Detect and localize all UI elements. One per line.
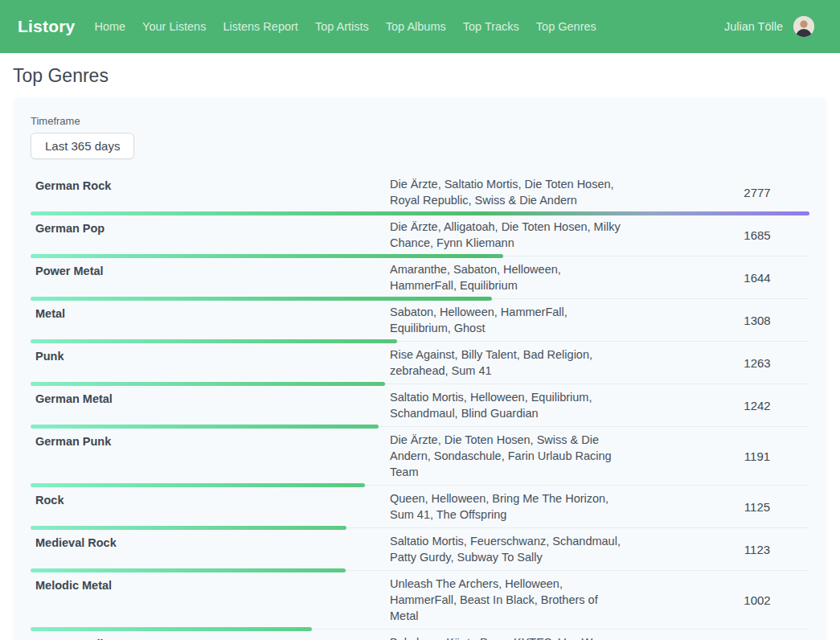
genre-artists: Bukahara, Käptn Peng, KYTES, Von Wegen L… [390, 634, 625, 640]
genre-row: German Indie Bukahara, Käptn Peng, KYTES… [31, 631, 809, 640]
genre-artists: Rise Against, Billy Talent, Bad Religion… [390, 347, 625, 379]
nav-link-listens-report[interactable]: Listens Report [223, 20, 298, 33]
genre-bar-track [31, 254, 809, 258]
genre-count: 1123 [705, 543, 809, 556]
genre-bar-track [31, 568, 809, 572]
genre-name: German Rock [35, 176, 390, 194]
timeframe-label: Timeframe [31, 115, 809, 127]
genre-artists: Die Ärzte, Alligatoah, Die Toten Hosen, … [390, 219, 625, 251]
genre-bar-track [31, 425, 809, 429]
nav-links: HomeYour ListensListens ReportTop Artist… [94, 20, 723, 33]
genre-name: German Punk [35, 432, 390, 449]
genre-artists: Die Ärzte, Die Toten Hosen, Swiss & Die … [390, 432, 625, 480]
genre-bar-fill [31, 254, 503, 258]
nav-link-top-artists[interactable]: Top Artists [315, 20, 369, 33]
nav-link-your-listens[interactable]: Your Listens [142, 20, 206, 33]
genre-artists: Saltatio Mortis, Feuerschwanz, Schandmau… [390, 533, 625, 565]
genre-count: 1644 [705, 271, 809, 285]
genre-row: Melodic Metal Unleash The Archers, Hello… [31, 572, 809, 631]
genre-count: 1125 [705, 500, 809, 514]
genre-name: Medieval Rock [35, 533, 390, 551]
genre-count: 1308 [705, 314, 809, 327]
genre-artists: Sabaton, Helloween, HammerFall, Equilibr… [390, 304, 625, 336]
genre-name: Metal [35, 304, 390, 322]
user-name: Julian Tölle [724, 20, 783, 33]
nav-link-top-albums[interactable]: Top Albums [386, 20, 446, 33]
navbar: Listory HomeYour ListensListens ReportTo… [0, 0, 840, 53]
avatar-photo-icon [793, 16, 814, 37]
genre-bar-fill [31, 382, 385, 386]
genre-bar-fill [31, 211, 809, 215]
user-menu[interactable]: Julian Tölle [724, 16, 814, 37]
genre-bar-fill [31, 568, 346, 572]
nav-link-home[interactable]: Home [94, 20, 125, 33]
genre-name: German Metal [35, 389, 390, 407]
genre-count: 1242 [705, 399, 809, 412]
genre-bar-track [31, 382, 809, 386]
genre-name: Rock [35, 490, 390, 508]
genre-row: German Punk Die Ärzte, Die Toten Hosen, … [31, 429, 809, 487]
page-title: Top Genres [13, 65, 827, 87]
genre-count: 1685 [705, 228, 809, 242]
genre-row: Power Metal Amaranthe, Sabaton, Hellowee… [31, 258, 809, 301]
genre-bar-fill [31, 339, 397, 343]
genre-count: 1002 [705, 593, 809, 607]
genre-row: Metal Sabaton, Helloween, HammerFall, Eq… [31, 301, 809, 343]
genre-row: Medieval Rock Saltatio Mortis, Feuerschw… [31, 530, 809, 572]
genre-count: 1263 [705, 356, 809, 370]
genre-bar-fill [31, 483, 365, 487]
genre-name: German Pop [35, 219, 390, 236]
genre-name: Melodic Metal [35, 576, 390, 593]
genre-name: German Indie [35, 634, 390, 640]
genre-row: Punk Rise Against, Billy Talent, Bad Rel… [31, 343, 809, 386]
genre-name: Power Metal [35, 261, 390, 279]
user-avatar[interactable] [793, 16, 814, 37]
genre-row: German Rock Die Ärzte, Saltatio Mortis, … [31, 173, 809, 215]
genre-row: German Pop Die Ärzte, Alligatoah, Die To… [31, 215, 809, 258]
genre-artists: Saltatio Mortis, Helloween, Equilibrium,… [390, 389, 625, 421]
genre-bar-track [31, 297, 809, 301]
genre-name: Punk [35, 347, 390, 364]
app-logo[interactable]: Listory [18, 17, 75, 36]
genre-bar-fill [31, 425, 379, 429]
genre-bar-fill [31, 627, 312, 631]
genres-table: German Rock Die Ärzte, Saltatio Mortis, … [31, 173, 809, 640]
top-genres-card: Timeframe Last 365 days German Rock Die … [13, 97, 827, 640]
genre-bar-fill [31, 297, 492, 301]
genre-artists: Amaranthe, Sabaton, Helloween, HammerFal… [390, 261, 625, 293]
genre-bar-track [31, 627, 809, 631]
nav-link-top-tracks[interactable]: Top Tracks [463, 20, 519, 33]
genre-row: Rock Queen, Helloween, Bring Me The Hori… [31, 487, 809, 530]
genre-bar-track [31, 339, 809, 343]
genre-row: German Metal Saltatio Mortis, Helloween,… [31, 386, 809, 429]
genre-artists: Unleash The Archers, Helloween, HammerFa… [390, 576, 625, 624]
nav-link-top-genres[interactable]: Top Genres [536, 20, 596, 33]
genre-artists: Queen, Helloween, Bring Me The Horizon, … [390, 490, 625, 523]
genre-count: 1191 [705, 449, 809, 463]
timeframe-select[interactable]: Last 365 days [31, 133, 134, 159]
genre-artists: Die Ärzte, Saltatio Mortis, Die Toten Ho… [390, 176, 625, 208]
genre-bar-track [31, 211, 809, 215]
genre-bar-fill [31, 526, 346, 530]
genre-count: 2777 [705, 186, 809, 199]
genre-bar-track [31, 526, 809, 530]
genre-bar-track [31, 483, 809, 487]
